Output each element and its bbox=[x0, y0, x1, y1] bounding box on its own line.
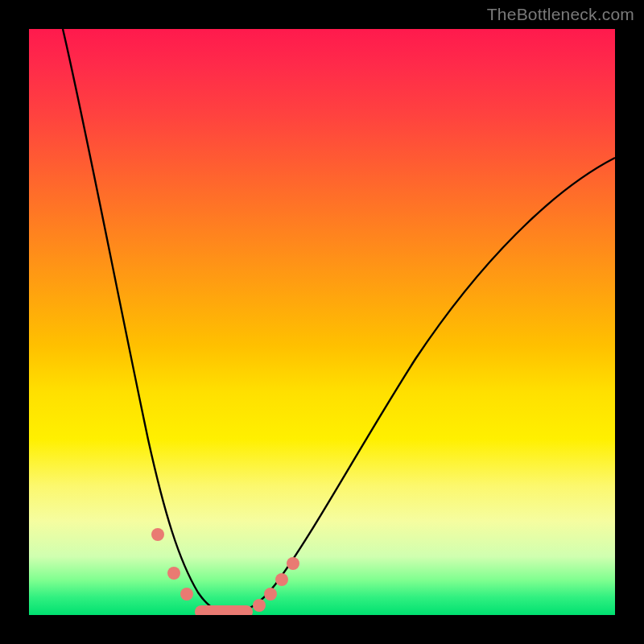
watermark-text: TheBottleneck.com bbox=[487, 5, 634, 24]
svg-rect-3 bbox=[195, 605, 253, 615]
bottleneck-chart bbox=[29, 29, 615, 615]
bottleneck-curve-line bbox=[63, 29, 615, 613]
svg-point-2 bbox=[180, 588, 193, 601]
svg-point-7 bbox=[287, 557, 299, 570]
curve-markers bbox=[151, 528, 299, 615]
svg-point-1 bbox=[167, 567, 180, 580]
svg-point-6 bbox=[275, 573, 288, 586]
plot-area bbox=[29, 29, 615, 615]
svg-point-5 bbox=[264, 588, 277, 601]
svg-point-4 bbox=[253, 599, 266, 612]
app-frame: TheBottleneck.com bbox=[0, 0, 644, 644]
svg-point-0 bbox=[151, 528, 164, 541]
